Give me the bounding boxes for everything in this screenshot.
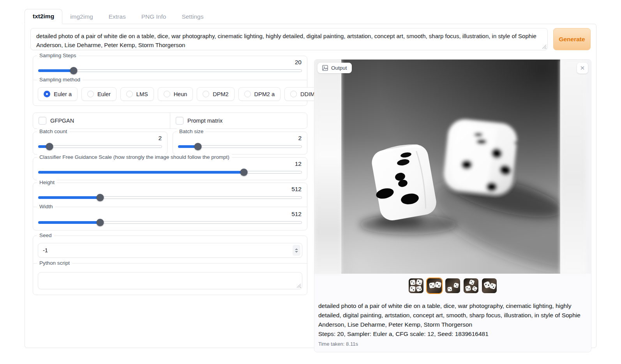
gallery bbox=[314, 278, 591, 294]
sampling-method-label: Sampling method bbox=[37, 77, 83, 83]
prompt-input[interactable]: detailed photo of a pair of white die on… bbox=[30, 28, 548, 50]
python-script-panel: Python script bbox=[33, 263, 307, 290]
settings-column: Sampling Steps 20 Sampling method Euler … bbox=[30, 56, 307, 298]
cfg-scale-value: 12 bbox=[38, 160, 302, 167]
slider-handle[interactable] bbox=[46, 143, 53, 150]
radio-euler[interactable]: Euler bbox=[81, 87, 116, 101]
python-script-input[interactable] bbox=[38, 272, 302, 289]
prompt-matrix-label: Prompt matrix bbox=[187, 118, 222, 124]
tab-extras[interactable]: Extras bbox=[101, 10, 134, 24]
prompt-text: detailed photo of a pair of white die on… bbox=[36, 33, 536, 48]
radio-label: DDIM bbox=[300, 91, 315, 97]
output-tab-label: Output bbox=[331, 65, 347, 71]
gfpgan-label: GFPGAN bbox=[50, 118, 74, 124]
thumbnail-5[interactable] bbox=[481, 278, 498, 294]
radio-label: DPM2 a bbox=[254, 91, 275, 97]
cfg-scale-slider[interactable] bbox=[38, 168, 302, 176]
sampling-steps-label: Sampling Steps bbox=[37, 53, 79, 58]
radio-icon bbox=[203, 91, 209, 97]
width-label: Width bbox=[37, 204, 55, 209]
radio-label: Heun bbox=[174, 91, 187, 97]
generated-image-area bbox=[314, 60, 591, 274]
prompt-row: detailed photo of a pair of white die on… bbox=[30, 28, 591, 50]
height-label: Height bbox=[37, 179, 57, 185]
sampling-steps-panel: Sampling Steps 20 Sampling method Euler … bbox=[33, 56, 307, 106]
tab-png-info[interactable]: PNG Info bbox=[134, 10, 174, 24]
slider-fill bbox=[38, 171, 244, 174]
thumbnail-2[interactable] bbox=[426, 278, 443, 294]
tab-txt2img[interactable]: txt2img bbox=[25, 9, 62, 24]
stepper-up-icon[interactable] bbox=[295, 248, 298, 250]
batch-row: Batch count 2 Batch size 2 bbox=[33, 132, 307, 157]
radio-icon bbox=[244, 91, 251, 97]
slider-fill bbox=[38, 69, 74, 72]
tab-img2img[interactable]: img2img bbox=[62, 10, 101, 24]
checkbox-icon[interactable] bbox=[176, 117, 183, 125]
tab-bar: txt2imgimg2imgExtrasPNG InfoSettings bbox=[25, 9, 596, 24]
seed-label: Seed bbox=[37, 232, 54, 238]
width-value: 512 bbox=[38, 211, 302, 218]
image-icon bbox=[322, 65, 328, 71]
result-caption: detailed photo of a pair of white die on… bbox=[314, 295, 591, 352]
radio-icon bbox=[126, 91, 133, 97]
sampling-steps-value: 20 bbox=[38, 59, 302, 66]
slider-track bbox=[38, 69, 302, 72]
width-slider[interactable] bbox=[38, 218, 302, 226]
resize-handle-icon[interactable] bbox=[296, 283, 301, 288]
python-script-label: Python script bbox=[37, 260, 72, 266]
stepper-down-icon[interactable] bbox=[295, 251, 298, 253]
thumbnail-1[interactable] bbox=[408, 278, 424, 294]
slider-handle[interactable] bbox=[97, 219, 104, 226]
radio-label: DPM2 bbox=[213, 91, 228, 97]
slider-handle[interactable] bbox=[240, 169, 248, 176]
image-blur-band-right bbox=[560, 60, 586, 274]
slider-fill bbox=[38, 196, 100, 199]
close-button[interactable]: ✕ bbox=[577, 63, 588, 74]
resize-handle-icon[interactable] bbox=[542, 44, 546, 49]
slider-handle[interactable] bbox=[194, 143, 201, 150]
radio-icon bbox=[44, 91, 50, 97]
thumbnail-image bbox=[464, 278, 478, 293]
app-window: txt2imgimg2imgExtrasPNG InfoSettings det… bbox=[25, 9, 596, 348]
slider-track bbox=[38, 145, 162, 148]
thumbnail-image bbox=[482, 278, 497, 293]
batch-count-value: 2 bbox=[38, 135, 162, 142]
gfpgan-checkbox[interactable]: GFPGAN bbox=[33, 113, 170, 128]
batch-size-label: Batch size bbox=[177, 128, 206, 134]
batch-count-slider[interactable] bbox=[38, 142, 162, 150]
height-slider[interactable] bbox=[38, 193, 302, 201]
checkbox-icon[interactable] bbox=[39, 117, 46, 125]
thumbnail-3[interactable] bbox=[445, 278, 461, 294]
slider-handle[interactable] bbox=[97, 194, 104, 201]
batch-count-label: Batch count bbox=[37, 128, 69, 134]
sampling-steps-slider[interactable] bbox=[38, 67, 302, 74]
seed-input[interactable]: -1 bbox=[38, 243, 302, 258]
tab-settings[interactable]: Settings bbox=[174, 10, 211, 24]
sampling-method-panel: Sampling method Euler aEulerLMSHeunDPM2D… bbox=[33, 80, 307, 102]
prompt-matrix-checkbox[interactable]: Prompt matrix bbox=[170, 113, 307, 128]
radio-lms[interactable]: LMS bbox=[120, 87, 154, 101]
batch-size-panel: Batch size 2 bbox=[173, 132, 307, 155]
radio-label: Euler bbox=[97, 91, 111, 97]
generated-image[interactable] bbox=[341, 60, 560, 274]
radio-dpm2[interactable]: DPM2 bbox=[197, 87, 234, 101]
batch-size-slider[interactable] bbox=[178, 142, 302, 150]
image-blur-band-left bbox=[314, 60, 341, 274]
slider-handle[interactable] bbox=[70, 67, 78, 74]
generate-button[interactable]: Generate bbox=[553, 28, 591, 50]
caption-params: Steps: 20, Sampler: Euler a, CFG scale: … bbox=[318, 329, 586, 339]
slider-fill bbox=[38, 221, 100, 224]
txt2img-panel: detailed photo of a pair of white die on… bbox=[25, 24, 596, 348]
cfg-scale-panel: Classifier Free Guidance Scale (how stro… bbox=[33, 157, 307, 180]
thumbnail-4[interactable] bbox=[463, 278, 479, 294]
width-panel: Width 512 bbox=[33, 207, 307, 226]
radio-euler-a[interactable]: Euler a bbox=[38, 87, 78, 101]
height-value: 512 bbox=[38, 186, 302, 193]
sampling-method-options: Euler aEulerLMSHeunDPM2DPM2 aDDIMPLMS bbox=[38, 85, 302, 102]
radio-dpm2-a[interactable]: DPM2 a bbox=[238, 87, 281, 101]
dimensions-panel: Height 512 Width 512 bbox=[33, 183, 307, 230]
number-stepper[interactable] bbox=[293, 245, 300, 256]
time-taken: Time taken: 8.11s bbox=[318, 340, 586, 348]
radio-heun[interactable]: Heun bbox=[158, 87, 193, 101]
output-tab[interactable]: Output bbox=[318, 63, 352, 73]
